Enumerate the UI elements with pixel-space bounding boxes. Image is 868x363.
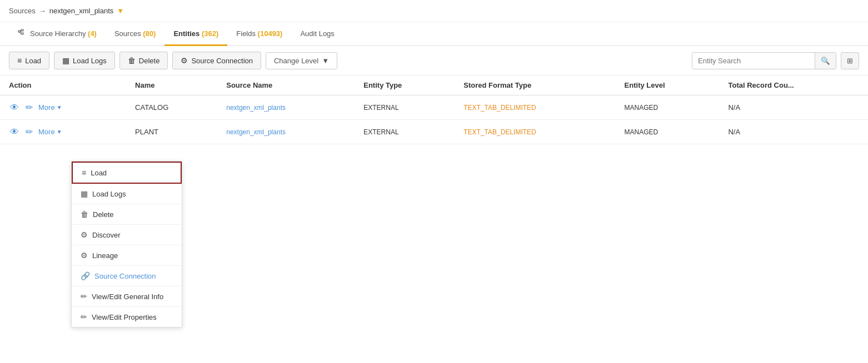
tab-sources[interactable]: Sources (80) <box>106 23 164 46</box>
table-row: 👁 ✏ More ▼ PLANT nextgen_ <box>0 120 868 144</box>
stored-format-cell-catalog: TEXT_TAB_DELIMITED <box>455 95 615 120</box>
entity-search-input[interactable] <box>692 53 815 69</box>
breadcrumb-arrow: → <box>39 7 46 15</box>
entity-level-cell-plant: MANAGED <box>616 120 720 144</box>
change-level-caret: ▼ <box>322 57 329 65</box>
load-button[interactable]: ≡ Load <box>9 52 49 69</box>
action-cell-catalog: 👁 ✏ More ▼ <box>0 95 126 120</box>
load-logs-icon: ▦ <box>62 56 69 65</box>
more-button-catalog[interactable]: More ▼ <box>38 103 62 112</box>
svg-rect-2 <box>21 33 23 34</box>
entity-level-cell-catalog: MANAGED <box>616 95 720 120</box>
name-cell-catalog: CATALOG <box>126 95 217 120</box>
col-action: Action <box>0 75 126 95</box>
toolbar-right: 🔍 ⊞ <box>692 52 859 69</box>
source-connection-icon: ⚙ <box>181 56 188 65</box>
tab-entities[interactable]: Entities (362) <box>164 23 227 46</box>
toolbar: ≡ Load ▦ Load Logs 🗑 Delete ⚙ Source Con… <box>0 46 868 75</box>
table-header-row: Action Name Source Name Entity Type Stor… <box>0 75 868 95</box>
total-record-cell-catalog: N/A <box>719 95 868 120</box>
view-icon-button-catalog[interactable]: 👁 <box>9 102 20 114</box>
action-cell-plant: 👁 ✏ More ▼ <box>0 120 126 144</box>
edit-icon-button-catalog[interactable]: ✏ <box>24 101 34 114</box>
source-connection-button[interactable]: ⚙ Source Connection <box>172 52 261 69</box>
entity-search-button[interactable]: 🔍 <box>815 53 836 69</box>
total-record-cell-plant: N/A <box>719 120 868 144</box>
grid-view-button[interactable]: ⊞ <box>841 52 859 69</box>
more-caret-catalog: ▼ <box>57 104 62 110</box>
more-button-plant[interactable]: More ▼ <box>38 128 62 136</box>
source-name-cell-plant: nextgen_xml_plants <box>217 120 355 144</box>
more-caret-plant: ▼ <box>57 129 62 135</box>
tab-source-hierarchy[interactable]: Source Hierarchy (4) <box>9 22 106 46</box>
col-stored-format-type: Stored Format Type <box>455 75 615 95</box>
col-entity-level: Entity Level <box>616 75 720 95</box>
tabs-container: Source Hierarchy (4) Sources (80) Entiti… <box>0 22 868 46</box>
svg-rect-1 <box>21 29 23 31</box>
breadcrumb-dropdown-arrow[interactable]: ▼ <box>117 7 124 15</box>
col-entity-type: Entity Type <box>355 75 455 95</box>
col-total-record-count: Total Record Cou... <box>719 75 868 95</box>
name-cell-plant: PLANT <box>126 120 217 144</box>
edit-icon-button-plant[interactable]: ✏ <box>24 125 34 138</box>
eye-icon: 👁 <box>10 103 19 112</box>
stored-format-cell-plant: TEXT_TAB_DELIMITED <box>455 120 615 144</box>
more-label-catalog: More <box>38 103 55 112</box>
entities-table: Action Name Source Name Entity Type Stor… <box>0 75 868 144</box>
entities-table-container: Action Name Source Name Entity Type Stor… <box>0 75 868 144</box>
delete-button[interactable]: 🗑 Delete <box>119 52 168 69</box>
search-icon: 🔍 <box>821 57 830 65</box>
entity-search-box: 🔍 <box>692 52 836 69</box>
more-label-plant: More <box>38 128 55 136</box>
change-level-button[interactable]: Change Level ▼ <box>266 52 337 69</box>
eye-icon: 👁 <box>10 127 19 137</box>
source-hierarchy-icon <box>18 29 27 38</box>
breadcrumb: Sources → nextgen_xml_plants ▼ <box>0 0 868 22</box>
edit-icon: ✏ <box>26 127 33 137</box>
breadcrumb-sources[interactable]: Sources <box>9 7 36 15</box>
breadcrumb-current: nextgen_xml_plants <box>49 7 114 15</box>
col-source-name: Source Name <box>217 75 355 95</box>
grid-icon: ⊞ <box>847 57 853 65</box>
tab-audit-logs[interactable]: Audit Logs <box>291 23 343 46</box>
tab-fields[interactable]: Fields (10493) <box>227 23 291 46</box>
source-name-cell-catalog: nextgen_xml_plants <box>217 95 355 120</box>
delete-icon: 🗑 <box>128 56 136 65</box>
load-icon: ≡ <box>17 56 22 65</box>
col-name: Name <box>126 75 217 95</box>
edit-icon: ✏ <box>26 103 33 112</box>
entity-type-cell-catalog: EXTERNAL <box>355 95 455 120</box>
view-icon-button-plant[interactable]: 👁 <box>9 126 20 138</box>
table-row: 👁 ✏ More ▼ CATALOG nextge <box>0 95 868 120</box>
entity-type-cell-plant: EXTERNAL <box>355 120 455 144</box>
load-logs-button[interactable]: ▦ Load Logs <box>54 52 115 69</box>
